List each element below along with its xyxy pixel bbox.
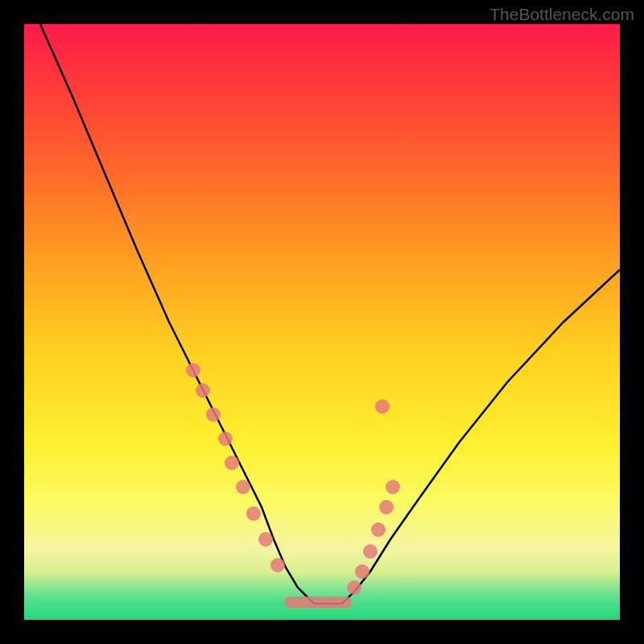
marker-dot — [379, 500, 394, 514]
chart-frame: TheBottleneck.com — [0, 0, 644, 644]
marker-dot — [206, 407, 221, 422]
watermark-text: TheBottleneck.com — [489, 5, 634, 24]
marker-dot — [355, 564, 369, 579]
bottleneck-curve — [40, 24, 620, 604]
marker-dot — [371, 522, 386, 537]
marker-dot — [186, 363, 200, 378]
marker-cluster-left — [186, 363, 285, 572]
plot-area — [24, 24, 620, 620]
marker-dot — [225, 456, 239, 470]
marker-dot — [347, 580, 361, 595]
marker-dot — [270, 558, 285, 572]
marker-dot — [196, 383, 210, 398]
curve-svg — [24, 24, 620, 620]
marker-dot — [246, 506, 261, 521]
marker-dot — [218, 431, 233, 446]
marker-dot — [375, 399, 390, 414]
marker-dot — [363, 544, 378, 559]
marker-dot — [258, 532, 273, 547]
marker-dot — [236, 480, 250, 494]
marker-dot — [386, 480, 400, 494]
